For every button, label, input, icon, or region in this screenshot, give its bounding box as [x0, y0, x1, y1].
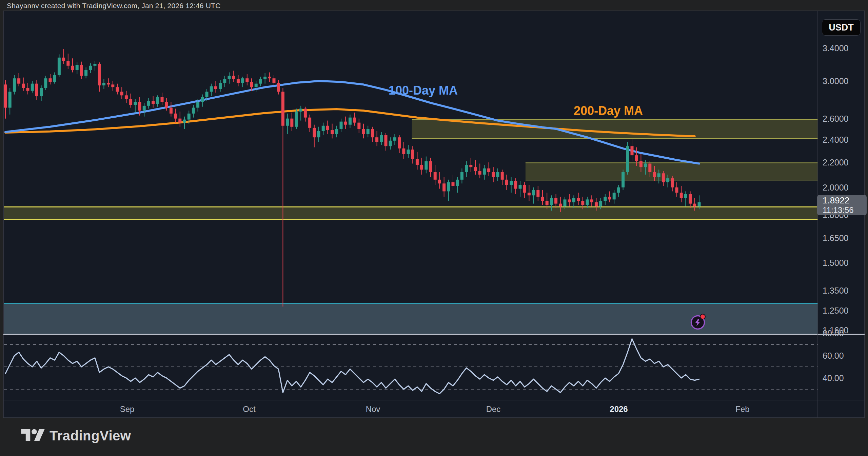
- time-label-Sep: Sep: [120, 404, 135, 414]
- rsi-tick: 60.00: [823, 351, 844, 360]
- time-label-Nov: Nov: [366, 404, 380, 414]
- time-label-Feb: Feb: [735, 404, 749, 414]
- price-tick: 2.4000: [823, 135, 848, 144]
- last-price-label: 1.8922 11:13:56: [817, 195, 867, 215]
- price-tick: 1.2500: [823, 306, 848, 315]
- candle-countdown: 11:13:56: [823, 205, 867, 215]
- chart-canvas[interactable]: 3.40003.00002.60002.40002.20002.00001.80…: [0, 0, 868, 456]
- last-price-value: 1.8922: [823, 196, 867, 205]
- price-tick: 2.0000: [823, 183, 848, 192]
- time-label-Dec: Dec: [486, 404, 501, 414]
- support-band: [4, 207, 818, 219]
- price-tick: 1.5000: [823, 258, 848, 267]
- currency-badge[interactable]: USDT: [822, 19, 861, 36]
- ma100-label: 100-Day MA: [389, 83, 458, 98]
- tradingview-logo-icon: [21, 427, 45, 445]
- price-tick: 1.6500: [823, 233, 848, 243]
- price-tick: 3.4000: [823, 43, 848, 53]
- price-tick: 1.3500: [823, 286, 848, 295]
- time-label-Oct: Oct: [243, 404, 256, 414]
- rsi-tick: 80.00: [823, 329, 844, 338]
- tradingview-snapshot: Shayannv created with TradingView.com, J…: [0, 0, 868, 456]
- live-dot-icon: [700, 314, 705, 319]
- ma200-label: 200-Day MA: [574, 104, 643, 118]
- resistance-zone-lower: [526, 163, 818, 180]
- price-tick: 2.2000: [823, 158, 848, 167]
- rsi-tick: 40.00: [823, 373, 844, 383]
- tradingview-logo-text: TradingView: [50, 428, 131, 443]
- price-tick: 2.6000: [823, 114, 848, 123]
- tradingview-branding[interactable]: TradingView: [21, 427, 131, 445]
- time-label-2026: 2026: [610, 404, 628, 414]
- price-tick: 3.0000: [823, 76, 848, 86]
